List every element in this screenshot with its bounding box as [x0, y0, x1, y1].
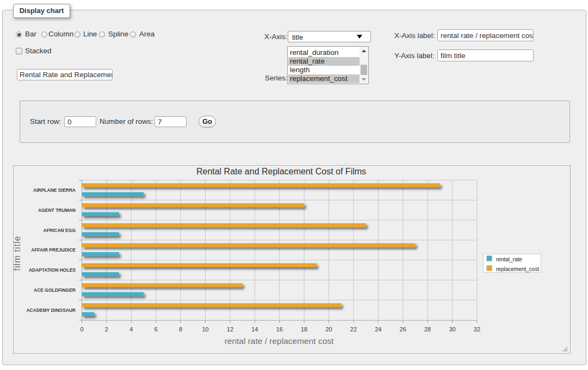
- svg-text:30: 30: [449, 326, 455, 333]
- svg-text:ACADEMY DINOSAUR: ACADEMY DINOSAUR: [26, 308, 76, 313]
- svg-text:26: 26: [400, 326, 406, 333]
- svg-text:24: 24: [375, 326, 381, 333]
- svg-text:AIRPLANE SIERRA: AIRPLANE SIERRA: [33, 187, 76, 193]
- svg-text:12: 12: [227, 326, 233, 333]
- svg-text:rental rate / replacement cost: rental rate / replacement cost: [225, 336, 334, 346]
- svg-text:18: 18: [301, 326, 307, 333]
- svg-text:0: 0: [80, 326, 83, 333]
- svg-text:AFRICAN EGG: AFRICAN EGG: [44, 228, 76, 233]
- svg-text:ACE GOLDFINGER: ACE GOLDFINGER: [34, 287, 76, 293]
- svg-text:4: 4: [129, 326, 133, 333]
- svg-text:14: 14: [251, 326, 258, 333]
- svg-text:AFFAIR PREJUDICE: AFFAIR PREJUDICE: [31, 247, 76, 253]
- svg-text:film title: film title: [14, 235, 22, 271]
- svg-text:ADAPTATION HOLES: ADAPTATION HOLES: [29, 267, 76, 273]
- svg-text:10: 10: [202, 326, 208, 333]
- svg-text:6: 6: [154, 326, 158, 333]
- svg-text:Rental Rate and Replacement Co: Rental Rate and Replacement Cost of Film…: [196, 167, 366, 176]
- svg-text:20: 20: [325, 326, 332, 333]
- svg-text:AGENT TRUMAN: AGENT TRUMAN: [38, 208, 76, 213]
- svg-text:22: 22: [350, 326, 357, 333]
- svg-text:2: 2: [105, 326, 108, 333]
- svg-text:32: 32: [474, 326, 480, 333]
- svg-text:16: 16: [276, 326, 283, 333]
- svg-text:28: 28: [424, 326, 431, 333]
- svg-text:8: 8: [179, 326, 182, 333]
